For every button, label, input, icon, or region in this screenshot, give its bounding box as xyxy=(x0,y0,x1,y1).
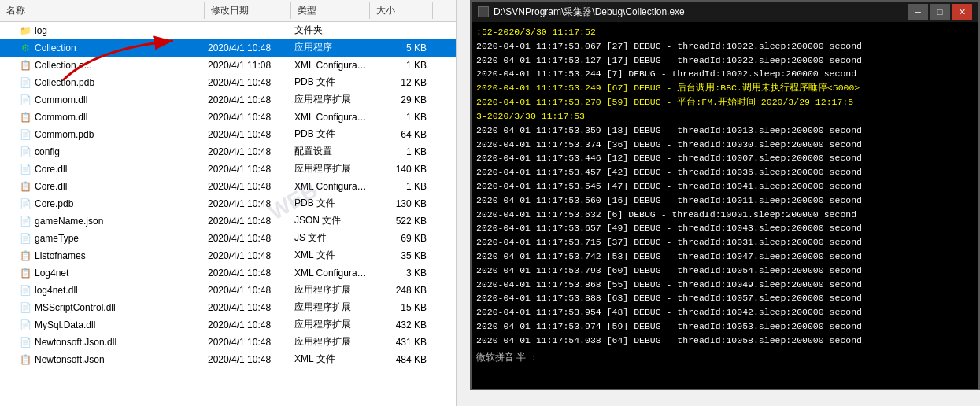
file-name-cell: 📋 Log4net xyxy=(0,267,205,279)
file-name-cell: 📄 gameType xyxy=(0,232,205,245)
file-row[interactable]: 📋 Commom.dll 2020/4/1 10:48 XML Configur… xyxy=(0,109,456,126)
xml-icon: 📋 xyxy=(19,111,31,124)
file-name-cell: 📄 Core.pdb xyxy=(0,197,205,210)
file-size: 12 KB xyxy=(370,77,433,88)
file-type: 应用程序扩展 xyxy=(291,301,370,314)
file-name: MSScriptControl.dll xyxy=(35,302,116,313)
file-size: 69 KB xyxy=(370,233,433,244)
file-row[interactable]: 📄 MSScriptControl.dll 2020/4/1 10:48 应用程… xyxy=(0,299,456,316)
file-size: 522 KB xyxy=(370,216,433,227)
file-name-cell: 📄 MySql.Data.dll xyxy=(0,319,205,331)
file-row[interactable]: 📄 Newtonsoft.Json.dll 2020/4/1 10:48 应用程… xyxy=(0,334,456,351)
console-line: 2020-04-01 11:17:53.793 [60] DEBUG - thr… xyxy=(476,264,974,278)
console-input-prompt: 微软拼音 半 ： xyxy=(476,351,974,364)
file-name: Newtonsoft.Json.dll xyxy=(35,337,116,348)
file-size: 484 KB xyxy=(370,354,433,365)
pdb-icon: 📄 xyxy=(19,76,31,89)
console-app-icon xyxy=(478,6,489,17)
minimize-button[interactable]: ─ xyxy=(908,4,928,20)
file-date: 2020/4/1 10:48 xyxy=(205,181,291,192)
file-name-cell: 📋 Newtonsoft.Json xyxy=(0,353,205,366)
file-row[interactable]: 📋 Newtonsoft.Json 2020/4/1 10:48 XML 文件 … xyxy=(0,351,456,368)
pdb-icon: 📄 xyxy=(19,197,31,210)
file-name: Core.dll xyxy=(35,164,67,175)
js-icon: 📄 xyxy=(19,232,31,245)
console-line: 2020-04-01 11:17:53.457 [42] DEBUG - thr… xyxy=(476,165,974,179)
console-window: D:\SVNProgram\采集器\Debug\Collection.exe ─… xyxy=(470,0,980,390)
file-size: 140 KB xyxy=(370,164,433,175)
file-row[interactable]: 📄 log4net.dll 2020/4/1 10:48 应用程序扩展 248 … xyxy=(0,282,456,299)
file-row[interactable]: ⚙ Collection 2020/4/1 10:48 应用程序 5 KB xyxy=(0,39,456,57)
console-line: 2020-04-01 11:17:53.632 [6] DEBUG - thre… xyxy=(476,208,974,222)
file-row[interactable]: 📋 Listofnames 2020/4/1 10:48 XML 文件 35 K… xyxy=(0,247,456,264)
file-size: 1 KB xyxy=(370,112,433,123)
file-name-cell: 📄 gameName.json xyxy=(0,215,205,227)
file-row[interactable]: 📄 gameName.json 2020/4/1 10:48 JSON 文件 5… xyxy=(0,212,456,230)
exe-icon: ⚙ xyxy=(19,42,31,54)
console-line: 2020-04-01 11:17:53.954 [48] DEBUG - thr… xyxy=(476,305,974,319)
file-name: log xyxy=(35,25,47,36)
file-row[interactable]: 📄 Commom.dll 2020/4/1 10:48 应用程序扩展 29 KB xyxy=(0,91,456,109)
file-row[interactable]: 📋 Log4net 2020/4/1 10:48 XML Configurati… xyxy=(0,264,456,282)
file-date: 2020/4/1 10:48 xyxy=(205,129,291,140)
file-row[interactable]: 📋 Core.dll 2020/4/1 10:48 XML Configurat… xyxy=(0,178,456,195)
close-button[interactable]: ✕ xyxy=(952,4,972,20)
file-date: 2020/4/1 10:48 xyxy=(205,42,291,54)
file-row[interactable]: 📄 config 2020/4/1 10:48 配置设置 1 KB xyxy=(0,143,456,161)
json-icon: 📄 xyxy=(19,215,31,227)
maximize-button[interactable]: □ xyxy=(930,4,950,20)
file-date: 2020/4/1 10:48 xyxy=(205,112,291,123)
file-row[interactable]: 📄 Commom.pdb 2020/4/1 10:48 PDB 文件 64 KB xyxy=(0,126,456,143)
file-row[interactable]: 📄 MySql.Data.dll 2020/4/1 10:48 应用程序扩展 4… xyxy=(0,316,456,334)
file-date: 2020/4/1 10:48 xyxy=(205,198,291,209)
file-size: 431 KB xyxy=(370,337,433,348)
file-name-cell: 📋 Core.dll xyxy=(0,180,205,193)
col-name: 名称 xyxy=(0,2,205,19)
file-date: 2020/4/1 10:48 xyxy=(205,250,291,261)
file-date: 2020/4/1 10:48 xyxy=(205,285,291,296)
file-list: 📁 log 文件夹 ⚙ Collection 2020/4/1 10:48 应用… xyxy=(0,22,456,406)
file-name-cell: 📄 Newtonsoft.Json.dll xyxy=(0,336,205,349)
console-line: 2020-04-01 11:17:53.270 [59] DEBUG - 平台:… xyxy=(476,95,974,109)
file-name: Commom.dll xyxy=(35,94,87,105)
console-line: :52-2020/3/30 11:17:52 xyxy=(476,25,974,39)
file-row[interactable]: 📄 Core.pdb 2020/4/1 10:48 PDB 文件 130 KB xyxy=(0,195,456,212)
file-size: 3 KB xyxy=(370,268,433,279)
file-row[interactable]: 📋 Collection.e... 2020/4/1 11:08 XML Con… xyxy=(0,57,456,74)
file-name: Collection xyxy=(35,42,76,54)
file-size: 432 KB xyxy=(370,319,433,330)
file-row[interactable]: 📄 Core.dll 2020/4/1 10:48 应用程序扩展 140 KB xyxy=(0,161,456,178)
console-titlebar: D:\SVNProgram\采集器\Debug\Collection.exe ─… xyxy=(472,2,978,22)
console-line: 2020-04-01 11:17:53.868 [55] DEBUG - thr… xyxy=(476,278,974,292)
file-row[interactable]: 📄 Collection.pdb 2020/4/1 10:48 PDB 文件 1… xyxy=(0,74,456,91)
console-line: 2020-04-01 11:17:53.742 [53] DEBUG - thr… xyxy=(476,249,974,264)
file-name-cell: 📋 Listofnames xyxy=(0,249,205,262)
dll-icon: 📄 xyxy=(19,336,31,349)
xml-icon: 📋 xyxy=(19,59,31,72)
file-type: 应用程序扩展 xyxy=(291,162,370,175)
file-name: Collection.e... xyxy=(35,60,92,71)
console-line: 2020-04-01 11:17:53.657 [49] DEBUG - thr… xyxy=(476,221,974,235)
file-name: Commom.pdb xyxy=(35,129,94,140)
file-type: 应用程序扩展 xyxy=(291,335,370,349)
file-name: gameName.json xyxy=(35,216,103,227)
file-date: 2020/4/1 10:48 xyxy=(205,302,291,313)
file-date: 2020/4/1 11:08 xyxy=(205,60,291,71)
file-name: log4net.dll xyxy=(35,285,78,296)
file-name: gameType xyxy=(35,233,79,244)
console-line: 2020-04-01 11:17:53.715 [37] DEBUG - thr… xyxy=(476,235,974,249)
file-size: 1 KB xyxy=(370,146,433,157)
file-date: 2020/4/1 10:48 xyxy=(205,319,291,330)
file-row[interactable]: 📁 log 文件夹 xyxy=(0,22,456,39)
console-line: 2020-04-01 11:17:53.888 [63] DEBUG - thr… xyxy=(476,291,974,305)
col-type: 类型 xyxy=(291,2,370,19)
folder-icon: 📁 xyxy=(19,24,31,37)
xml-icon: 📋 xyxy=(19,353,31,366)
col-size: 大小 xyxy=(370,2,433,19)
file-row[interactable]: 📄 gameType 2020/4/1 10:48 JS 文件 69 KB xyxy=(0,230,456,247)
file-size: 1 KB xyxy=(370,181,433,192)
file-type: 应用程序扩展 xyxy=(291,283,370,297)
file-name: Newtonsoft.Json xyxy=(35,354,105,365)
file-type: 应用程序 xyxy=(291,41,370,54)
file-name: MySql.Data.dll xyxy=(35,319,95,330)
